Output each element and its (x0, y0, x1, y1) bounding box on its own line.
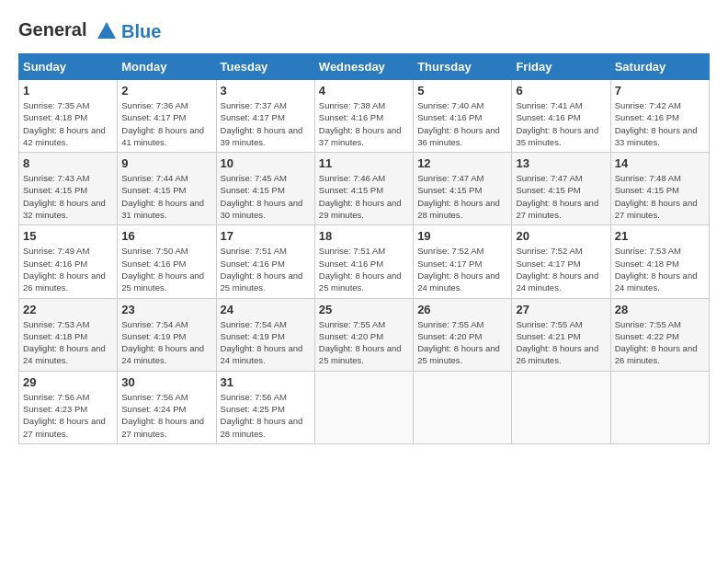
col-header-monday: Monday (118, 54, 216, 80)
calendar-cell (414, 371, 512, 443)
day-number: 26 (417, 303, 507, 316)
calendar-cell: 27 Sunrise: 7:55 AM Sunset: 4:21 PM Dayl… (512, 298, 610, 371)
day-number: 24 (221, 303, 311, 316)
logo-blue: Blue (121, 21, 161, 42)
calendar-cell: 11 Sunrise: 7:46 AM Sunset: 4:15 PM Dayl… (314, 153, 413, 225)
day-info: Sunrise: 7:48 AM Sunset: 4:15 PM Dayligh… (615, 172, 705, 221)
day-number: 17 (221, 229, 311, 243)
day-info: Sunrise: 7:41 AM Sunset: 4:16 PM Dayligh… (516, 99, 606, 148)
calendar-cell: 7 Sunrise: 7:42 AM Sunset: 4:16 PM Dayli… (610, 80, 709, 153)
calendar-cell: 16 Sunrise: 7:50 AM Sunset: 4:16 PM Dayl… (118, 225, 216, 298)
day-info: Sunrise: 7:42 AM Sunset: 4:16 PM Dayligh… (615, 99, 705, 148)
calendar-table: SundayMondayTuesdayWednesdayThursdayFrid… (18, 53, 710, 444)
calendar-cell: 4 Sunrise: 7:38 AM Sunset: 4:16 PM Dayli… (314, 80, 413, 153)
day-info: Sunrise: 7:46 AM Sunset: 4:15 PM Dayligh… (319, 172, 409, 221)
day-info: Sunrise: 7:52 AM Sunset: 4:17 PM Dayligh… (417, 245, 507, 293)
week-row-3: 15 Sunrise: 7:49 AM Sunset: 4:16 PM Dayl… (19, 225, 710, 298)
calendar-cell: 28 Sunrise: 7:55 AM Sunset: 4:22 PM Dayl… (610, 298, 709, 371)
day-number: 4 (319, 84, 409, 98)
calendar-cell: 25 Sunrise: 7:55 AM Sunset: 4:20 PM Dayl… (314, 298, 413, 371)
day-info: Sunrise: 7:52 AM Sunset: 4:17 PM Dayligh… (516, 245, 606, 293)
day-info: Sunrise: 7:55 AM Sunset: 4:20 PM Dayligh… (417, 318, 507, 367)
day-number: 16 (121, 229, 211, 243)
day-number: 22 (23, 303, 113, 316)
col-header-tuesday: Tuesday (216, 54, 314, 80)
day-number: 2 (121, 84, 211, 98)
day-number: 1 (23, 84, 113, 98)
calendar-cell: 21 Sunrise: 7:53 AM Sunset: 4:18 PM Dayl… (610, 225, 709, 298)
col-header-thursday: Thursday (414, 54, 512, 80)
calendar-cell: 18 Sunrise: 7:51 AM Sunset: 4:16 PM Dayl… (314, 225, 413, 298)
calendar-cell: 22 Sunrise: 7:53 AM Sunset: 4:18 PM Dayl… (19, 298, 118, 371)
col-header-wednesday: Wednesday (314, 54, 413, 80)
day-number: 20 (516, 229, 606, 243)
day-info: Sunrise: 7:50 AM Sunset: 4:16 PM Dayligh… (121, 245, 211, 293)
day-info: Sunrise: 7:55 AM Sunset: 4:21 PM Dayligh… (516, 318, 606, 367)
day-info: Sunrise: 7:53 AM Sunset: 4:18 PM Dayligh… (23, 318, 113, 367)
logo-general: General (18, 19, 86, 40)
calendar-cell: 13 Sunrise: 7:47 AM Sunset: 4:15 PM Dayl… (512, 153, 610, 225)
day-info: Sunrise: 7:51 AM Sunset: 4:16 PM Dayligh… (319, 245, 409, 293)
day-info: Sunrise: 7:37 AM Sunset: 4:17 PM Dayligh… (221, 99, 311, 148)
calendar-cell (314, 371, 413, 443)
day-number: 13 (516, 156, 606, 170)
calendar-cell: 30 Sunrise: 7:56 AM Sunset: 4:24 PM Dayl… (118, 371, 216, 443)
day-number: 25 (319, 303, 409, 316)
day-number: 18 (319, 229, 409, 243)
svg-marker-0 (97, 22, 116, 39)
day-info: Sunrise: 7:55 AM Sunset: 4:22 PM Dayligh… (615, 318, 705, 367)
day-number: 9 (121, 156, 211, 170)
day-number: 10 (221, 156, 311, 170)
day-number: 3 (221, 84, 311, 98)
day-number: 30 (121, 375, 211, 389)
col-header-sunday: Sunday (19, 54, 118, 80)
calendar-cell: 1 Sunrise: 7:35 AM Sunset: 4:18 PM Dayli… (19, 80, 118, 153)
day-number: 19 (417, 229, 507, 243)
day-info: Sunrise: 7:56 AM Sunset: 4:23 PM Dayligh… (23, 391, 113, 440)
calendar-cell: 10 Sunrise: 7:45 AM Sunset: 4:15 PM Dayl… (216, 153, 314, 225)
day-number: 31 (221, 375, 311, 389)
day-info: Sunrise: 7:36 AM Sunset: 4:17 PM Dayligh… (121, 99, 211, 148)
day-info: Sunrise: 7:54 AM Sunset: 4:19 PM Dayligh… (221, 318, 311, 367)
calendar-cell: 3 Sunrise: 7:37 AM Sunset: 4:17 PM Dayli… (216, 80, 314, 153)
day-info: Sunrise: 7:35 AM Sunset: 4:18 PM Dayligh… (23, 99, 113, 148)
calendar-cell: 20 Sunrise: 7:52 AM Sunset: 4:17 PM Dayl… (512, 225, 610, 298)
day-number: 27 (516, 303, 606, 316)
day-number: 14 (615, 156, 705, 170)
calendar-cell (512, 371, 610, 443)
day-info: Sunrise: 7:44 AM Sunset: 4:15 PM Dayligh… (121, 172, 211, 221)
day-info: Sunrise: 7:47 AM Sunset: 4:15 PM Dayligh… (417, 172, 507, 221)
week-row-2: 8 Sunrise: 7:43 AM Sunset: 4:15 PM Dayli… (19, 153, 710, 225)
logo-icon (94, 18, 119, 44)
calendar-cell: 26 Sunrise: 7:55 AM Sunset: 4:20 PM Dayl… (414, 298, 512, 371)
week-row-4: 22 Sunrise: 7:53 AM Sunset: 4:18 PM Dayl… (19, 298, 710, 371)
day-number: 8 (23, 156, 113, 170)
day-info: Sunrise: 7:40 AM Sunset: 4:16 PM Dayligh… (417, 99, 507, 148)
calendar-cell: 19 Sunrise: 7:52 AM Sunset: 4:17 PM Dayl… (414, 225, 512, 298)
calendar-cell: 31 Sunrise: 7:56 AM Sunset: 4:25 PM Dayl… (216, 371, 314, 443)
calendar-cell: 29 Sunrise: 7:56 AM Sunset: 4:23 PM Dayl… (19, 371, 118, 443)
day-number: 12 (417, 156, 507, 170)
week-row-5: 29 Sunrise: 7:56 AM Sunset: 4:23 PM Dayl… (19, 371, 710, 443)
calendar-cell: 8 Sunrise: 7:43 AM Sunset: 4:15 PM Dayli… (19, 153, 118, 225)
day-info: Sunrise: 7:38 AM Sunset: 4:16 PM Dayligh… (319, 99, 409, 148)
col-header-friday: Friday (512, 54, 610, 80)
day-number: 23 (121, 303, 211, 316)
day-info: Sunrise: 7:56 AM Sunset: 4:25 PM Dayligh… (221, 391, 311, 440)
calendar-cell: 24 Sunrise: 7:54 AM Sunset: 4:19 PM Dayl… (216, 298, 314, 371)
day-info: Sunrise: 7:51 AM Sunset: 4:16 PM Dayligh… (221, 245, 311, 293)
day-number: 29 (23, 375, 113, 389)
day-number: 28 (615, 303, 705, 316)
calendar-cell (610, 371, 709, 443)
col-header-saturday: Saturday (610, 54, 709, 80)
calendar-cell: 15 Sunrise: 7:49 AM Sunset: 4:16 PM Dayl… (19, 225, 118, 298)
day-number: 7 (615, 84, 705, 98)
calendar-header-row: SundayMondayTuesdayWednesdayThursdayFrid… (19, 54, 710, 80)
day-info: Sunrise: 7:55 AM Sunset: 4:20 PM Dayligh… (319, 318, 409, 367)
day-number: 11 (319, 156, 409, 170)
calendar-cell: 6 Sunrise: 7:41 AM Sunset: 4:16 PM Dayli… (512, 80, 610, 153)
day-number: 15 (23, 229, 113, 243)
day-info: Sunrise: 7:47 AM Sunset: 4:15 PM Dayligh… (516, 172, 606, 221)
calendar-cell: 17 Sunrise: 7:51 AM Sunset: 4:16 PM Dayl… (216, 225, 314, 298)
day-number: 21 (615, 229, 705, 243)
